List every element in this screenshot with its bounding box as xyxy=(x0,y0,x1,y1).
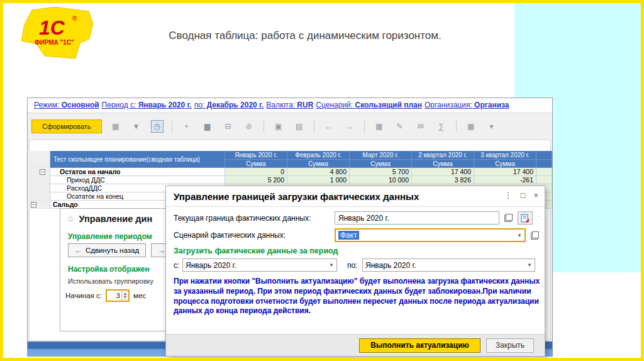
copy-icon[interactable]: ▣ xyxy=(272,120,285,133)
toolbar-separator xyxy=(456,121,457,132)
months-label: мес xyxy=(133,292,146,299)
pivot-value-cell[interactable]: 0 xyxy=(225,168,287,176)
pivot-subheader[interactable]: Сумма xyxy=(474,160,536,168)
pivot-subheader[interactable]: Сумма xyxy=(225,160,287,168)
period-to-dropdown-icon[interactable]: ▼ xyxy=(527,262,532,268)
1c-logo: 1С ® ФИРМА "1С" xyxy=(18,4,95,65)
pivot-column-header[interactable]: Март 2020 г. xyxy=(350,151,412,160)
paste-icon[interactable]: ▤ xyxy=(293,120,306,133)
period-section-heading: Управление периодом xyxy=(68,232,152,241)
generate-button[interactable]: Сформировать xyxy=(31,119,102,133)
table-view-dropdown-icon[interactable]: ▾ xyxy=(486,120,498,133)
spin-down-icon[interactable]: ▼ xyxy=(123,296,126,299)
settings-link-value[interactable]: Январь 2020 г. xyxy=(136,101,191,109)
pivot-subheader-partial xyxy=(536,160,552,168)
period-from-dropdown-icon[interactable]: ▼ xyxy=(329,262,334,268)
pivot-value-cell[interactable]: 17 400 xyxy=(474,168,536,176)
pivot-column-header[interactable]: Февраль 2020 г. xyxy=(287,151,350,160)
pivot-value-cell[interactable]: 17 400 xyxy=(412,168,474,176)
inner-dialog-titlebar: ☆ Управление дин xyxy=(67,214,152,224)
period-from-value: Январь 2020 г. xyxy=(186,261,236,270)
favorite-star-icon[interactable]: ☆ xyxy=(67,214,75,224)
period-from-combo[interactable]: Январь 2020 г. ▼ xyxy=(182,258,337,272)
copy-boundary-icon[interactable] xyxy=(504,214,513,222)
settings-link-value[interactable]: RUR xyxy=(295,101,313,109)
copy-scenario-icon[interactable] xyxy=(531,231,539,240)
table-view-icon[interactable]: ▦ xyxy=(465,120,477,133)
pivot-value-cell[interactable]: 5 700 xyxy=(350,168,412,176)
pivot-subheader[interactable]: Сумма xyxy=(350,160,412,168)
pivot-value-cell[interactable]: 10 000 xyxy=(350,176,412,184)
pivot-column-header[interactable]: 2 квартал 2020 г. xyxy=(412,151,474,160)
second-period-icon: → xyxy=(158,246,165,255)
pivot-row-label[interactable]: Остаток на начало xyxy=(50,168,225,176)
from-label: с: xyxy=(174,261,182,270)
report-options-icon[interactable]: ▦ xyxy=(109,120,122,133)
pivot-value-cell[interactable]: -261 xyxy=(474,176,536,184)
cart-icon[interactable]: ⊟ xyxy=(222,120,235,133)
scenario-combo[interactable]: Факт ▼ xyxy=(335,228,526,242)
pivot-value-cell[interactable]: 4 800 xyxy=(287,168,350,176)
move-back-icon[interactable]: ← xyxy=(323,120,335,133)
pivot-subheader[interactable]: Сумма xyxy=(287,160,350,168)
pivot-column-header[interactable]: 3 квартал 2020 г. xyxy=(474,151,536,160)
sum-icon[interactable]: ∑ xyxy=(435,120,448,133)
settings-link-label[interactable]: Сценарий: xyxy=(316,101,353,109)
starting-spinner[interactable]: 3 ▲ ▼ xyxy=(106,289,130,302)
tree-gutter-header xyxy=(29,151,50,168)
settings-link-value[interactable]: Организа xyxy=(472,101,509,109)
settings-link-label[interactable]: по: xyxy=(194,101,205,109)
actualize-button[interactable]: Выполнить актуализацию xyxy=(359,338,480,353)
settings-link-label[interactable]: Валюта: xyxy=(266,101,295,109)
comment-icon[interactable]: ✉ xyxy=(414,120,427,133)
scenario-dropdown-icon[interactable]: ▼ xyxy=(517,233,522,238)
edit-icon[interactable]: ✎ xyxy=(394,120,406,133)
pivot-value-partial xyxy=(536,176,552,184)
slide: 1С ® ФИРМА "1С" Сводная таблица: работа … xyxy=(0,0,644,361)
actual-data-boundary-dialog: Управление границей загрузки фактических… xyxy=(165,186,545,357)
maximize-icon[interactable]: □ xyxy=(521,191,526,200)
pivot-row-label[interactable]: Приход ДДС xyxy=(50,176,225,184)
pivot-column-header[interactable]: Январь 2020 г. xyxy=(225,151,287,160)
slide-title: Сводная таблица: работа с динамическим г… xyxy=(97,30,513,42)
chart-icon[interactable]: ▆ xyxy=(201,120,214,133)
load-section-heading: Загрузить фактические данные за период xyxy=(174,247,338,255)
shift-back-button[interactable]: ← Сдвинуть назад xyxy=(68,243,146,257)
display-section-heading: Настройка отображен xyxy=(68,265,150,274)
collapse-icon[interactable]: − xyxy=(31,202,36,208)
current-boundary-label: Текущая граница фактических данных: xyxy=(174,214,335,223)
filter-icon[interactable]: ▼ xyxy=(130,120,143,133)
settings-link-value[interactable]: Декабрь 2020 г. xyxy=(204,101,264,109)
info-text: При нажатии кнопки "Выполнить актуализац… xyxy=(174,277,541,316)
settings-link-label[interactable]: Организация: xyxy=(425,101,472,109)
pivot-column-header-partial xyxy=(536,151,552,160)
excel-export-icon[interactable]: ▦ xyxy=(373,120,386,133)
close-button[interactable]: Закрыть xyxy=(486,338,534,353)
pivot-value-partial xyxy=(536,168,552,176)
spinner-arrows[interactable]: ▲ ▼ xyxy=(121,291,128,301)
toolbar-separator xyxy=(172,121,172,132)
settings-link-value[interactable]: Скользящий план xyxy=(353,101,422,109)
period-to-value: Январь 2020 г. xyxy=(365,261,416,270)
current-boundary-input[interactable]: Январь 2020 г. xyxy=(335,211,499,225)
tree-gutter-cell xyxy=(29,184,50,192)
pivot-subheader[interactable]: Сумма xyxy=(412,160,474,168)
logo-registered-mark: ® xyxy=(72,15,77,22)
pivot-value-cell[interactable]: 3 826 xyxy=(412,176,474,184)
dialog-footer: Выполнить актуализацию Закрыть xyxy=(166,334,545,356)
grouping-label: Использовать группировку xyxy=(68,277,153,285)
period-clock-icon[interactable]: ◷ xyxy=(151,120,164,133)
cancel-icon[interactable]: ⊘ xyxy=(243,120,255,133)
settings-link-label[interactable]: Режим: xyxy=(34,101,59,109)
add-icon[interactable]: + xyxy=(180,120,193,133)
pivot-value-cell[interactable]: 5 200 xyxy=(225,176,287,184)
close-icon[interactable]: × xyxy=(533,191,538,200)
collapse-icon[interactable]: − xyxy=(40,169,45,175)
period-to-combo[interactable]: Январь 2020 г. ▼ xyxy=(362,258,535,272)
move-forward-icon[interactable]: → xyxy=(343,120,356,133)
open-boundary-report-button[interactable] xyxy=(518,211,533,225)
more-menu-icon[interactable]: ⋮ xyxy=(504,191,513,200)
pivot-value-cell[interactable]: 1 000 xyxy=(287,176,350,184)
settings-link-value[interactable]: Основной xyxy=(59,101,99,109)
settings-link-label[interactable]: Период с: xyxy=(102,101,136,109)
